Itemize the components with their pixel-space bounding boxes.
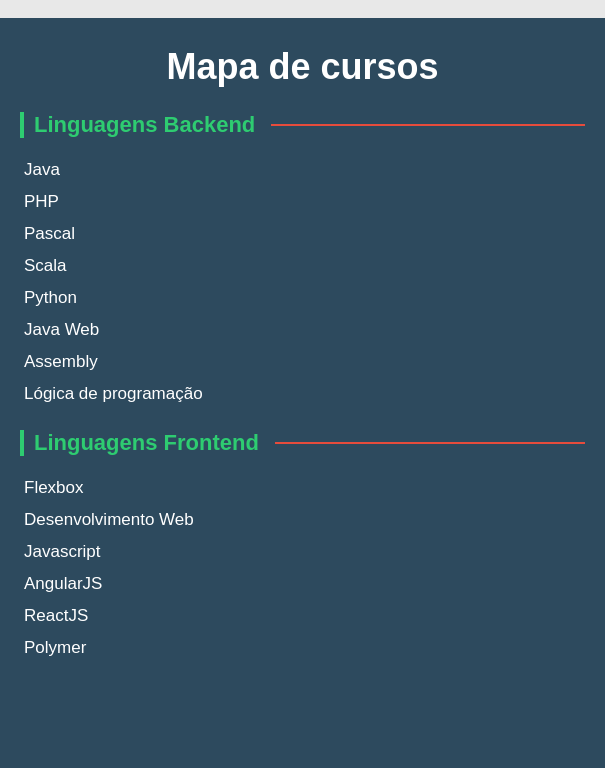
course-item[interactable]: ReactJS [20, 600, 585, 632]
course-item[interactable]: Pascal [20, 218, 585, 250]
top-bar [0, 0, 605, 18]
course-item[interactable]: Flexbox [20, 472, 585, 504]
course-item[interactable]: Polymer [20, 632, 585, 664]
course-item[interactable]: Desenvolvimento Web [20, 504, 585, 536]
course-item[interactable]: PHP [20, 186, 585, 218]
section-line-frontend [275, 442, 585, 444]
course-item[interactable]: Java Web [20, 314, 585, 346]
section-title-frontend: Linguagens Frontend [20, 430, 259, 456]
course-list-backend: JavaPHPPascalScalaPythonJava WebAssembly… [20, 154, 585, 410]
section-frontend: Linguagens FrontendFlexboxDesenvolviment… [0, 430, 605, 684]
page-title: Mapa de cursos [0, 18, 605, 112]
course-item[interactable]: Lógica de programação [20, 378, 585, 410]
section-header-frontend: Linguagens Frontend [20, 430, 585, 456]
course-item[interactable]: Scala [20, 250, 585, 282]
section-header-backend: Linguagens Backend [20, 112, 585, 138]
course-item[interactable]: Java [20, 154, 585, 186]
course-list-frontend: FlexboxDesenvolvimento WebJavascriptAngu… [20, 472, 585, 664]
course-item[interactable]: Javascript [20, 536, 585, 568]
course-item[interactable]: Python [20, 282, 585, 314]
section-line-backend [271, 124, 585, 126]
course-item[interactable]: Assembly [20, 346, 585, 378]
section-title-backend: Linguagens Backend [20, 112, 255, 138]
course-item[interactable]: AngularJS [20, 568, 585, 600]
section-backend: Linguagens BackendJavaPHPPascalScalaPyth… [0, 112, 605, 430]
